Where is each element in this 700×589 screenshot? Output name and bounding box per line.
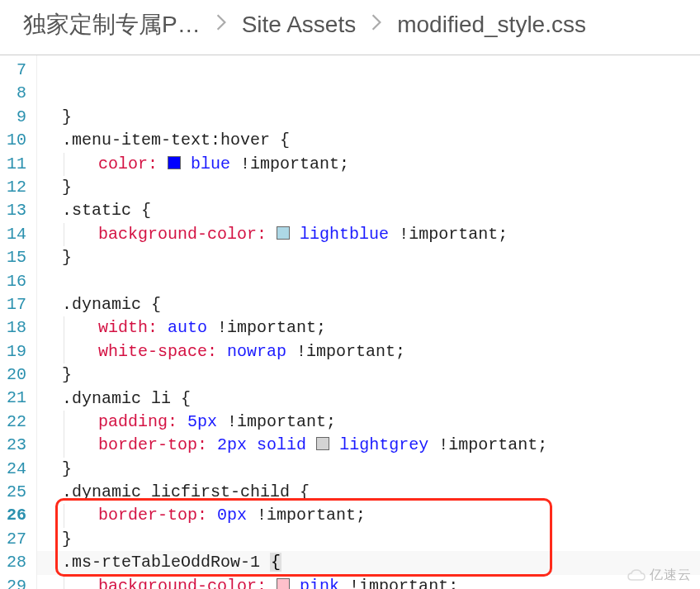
code-line[interactable]: .ms-rteTableOddRow-1 {	[37, 551, 700, 574]
breadcrumb-item-file[interactable]: modified_style.css	[397, 12, 586, 38]
code-token-text: ;	[339, 154, 349, 173]
code-token-imp: !important	[217, 318, 316, 337]
line-number: 27	[5, 528, 26, 551]
line-number: 18	[5, 316, 26, 340]
line-number: 17	[5, 293, 26, 316]
code-token-val: blue	[191, 154, 230, 173]
code-line[interactable]: background-color: pink !important;	[37, 575, 700, 589]
code-token-text: .static {	[62, 201, 151, 220]
code-token-text: .menu-item-text:hover {	[62, 131, 290, 150]
code-line[interactable]: .dynamic li {	[37, 387, 700, 411]
code-token-text: ;	[356, 506, 366, 525]
line-number: 28	[5, 551, 26, 574]
code-area[interactable]: }.menu-item-text:hover {color: blue !imp…	[36, 55, 700, 589]
code-token-text: ;	[395, 342, 405, 361]
code-token-prop: border-top:	[98, 506, 207, 525]
line-number: 29	[5, 575, 26, 587]
line-number: 20	[5, 363, 26, 387]
line-number: 8	[5, 82, 26, 105]
code-token-text: }	[62, 248, 72, 267]
code-token-prop: color:	[98, 154, 158, 173]
code-token-text: }	[62, 107, 72, 126]
color-swatch-icon	[316, 437, 329, 450]
line-number-gutter: 7891011121314151617181920212223242526272…	[0, 55, 36, 589]
line-number: 14	[5, 223, 26, 246]
code-token-val: solid	[257, 435, 306, 454]
code-token-val: lightgrey	[339, 435, 428, 454]
code-line[interactable]: padding: 5px !important;	[37, 411, 700, 434]
code-token-text: }	[62, 530, 72, 549]
code-token-text: .dynamic licfirst-child {	[62, 482, 310, 501]
line-number: 10	[5, 129, 26, 152]
code-token-text: }	[62, 365, 72, 384]
line-number: 9	[5, 106, 26, 129]
code-line[interactable]: }	[37, 246, 700, 269]
color-swatch-icon	[168, 156, 181, 169]
code-line[interactable]: width: auto !important;	[37, 316, 700, 340]
line-number: 16	[5, 270, 26, 293]
line-number: 15	[5, 246, 26, 269]
code-token-val: nowrap	[227, 342, 286, 361]
line-number: 7	[5, 59, 26, 82]
code-token-text: }	[62, 178, 72, 197]
code-token-prop: width:	[98, 318, 158, 337]
code-token-prop: padding:	[98, 412, 177, 431]
line-number: 11	[5, 153, 26, 176]
code-token-imp: !important	[296, 342, 395, 361]
code-token-imp: !important	[240, 154, 339, 173]
line-number: 19	[5, 340, 26, 363]
code-line[interactable]: .menu-item-text:hover {	[37, 129, 700, 152]
code-line[interactable]: .dynamic {	[37, 293, 700, 316]
code-token-text: ;	[326, 412, 336, 431]
chevron-right-icon	[371, 13, 382, 36]
code-line[interactable]: white-space: nowrap !important;	[37, 340, 700, 363]
code-token-imp: !important	[399, 225, 498, 244]
code-token-val: pink	[300, 577, 339, 589]
code-token-text: ;	[498, 225, 508, 244]
line-number: 25	[5, 481, 26, 504]
line-number: 23	[5, 434, 26, 457]
code-token-text: ;	[316, 318, 326, 337]
watermark: 亿速云	[627, 567, 692, 584]
code-token-prop: white-space:	[98, 342, 217, 361]
line-number: 26	[5, 504, 26, 527]
breadcrumb-item-folder[interactable]: Site Assets	[242, 12, 357, 38]
code-token-imp: !important	[349, 577, 448, 589]
code-line[interactable]: background-color: lightblue !important;	[37, 223, 700, 246]
code-token-val: 5px	[187, 412, 217, 431]
code-line[interactable]: }	[37, 106, 700, 129]
code-token-val: lightblue	[300, 225, 389, 244]
code-line[interactable]: }	[37, 528, 700, 551]
code-token-prop: background-color:	[98, 577, 267, 589]
breadcrumb-item-root[interactable]: 独家定制专属P…	[23, 9, 201, 40]
code-line[interactable]: }	[37, 458, 700, 481]
code-token-text: ;	[448, 577, 458, 589]
code-token-text: ;	[537, 435, 547, 454]
code-line[interactable]	[37, 270, 700, 293]
breadcrumb: 独家定制专属P… Site Assets modified_style.css	[0, 0, 700, 55]
line-number: 21	[5, 387, 26, 410]
code-token-val: auto	[168, 318, 207, 337]
code-token-imp: !important	[438, 435, 537, 454]
code-token-prop: border-top:	[98, 435, 207, 454]
code-line[interactable]: border-top: 0px !important;	[37, 504, 700, 527]
line-number: 24	[5, 458, 26, 481]
code-token-imp: !important	[227, 412, 326, 431]
line-number: 12	[5, 176, 26, 199]
color-swatch-icon	[277, 578, 290, 589]
code-line[interactable]: }	[37, 363, 700, 387]
code-line[interactable]: }	[37, 176, 700, 199]
color-swatch-icon	[277, 226, 290, 240]
brace-match: {	[270, 553, 281, 572]
code-editor[interactable]: 7891011121314151617181920212223242526272…	[0, 55, 700, 589]
watermark-text: 亿速云	[650, 567, 692, 584]
chevron-right-icon	[215, 13, 227, 36]
code-line[interactable]: border-top: 2px solid lightgrey !importa…	[37, 434, 700, 457]
code-token-imp: !important	[257, 506, 356, 525]
code-token-val: 0px	[217, 506, 247, 525]
code-line[interactable]: color: blue !important;	[37, 153, 700, 176]
code-token-val: 2px	[217, 435, 247, 454]
code-token-text: .dynamic {	[62, 295, 161, 314]
code-line[interactable]: .dynamic licfirst-child {	[37, 481, 700, 504]
code-line[interactable]: .static {	[37, 199, 700, 222]
